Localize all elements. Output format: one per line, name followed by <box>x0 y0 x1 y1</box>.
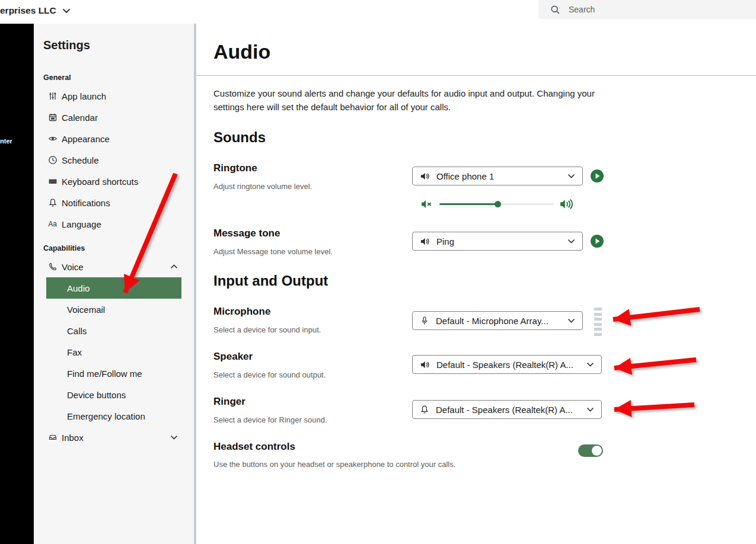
org-name: erprises LLC <box>0 5 56 16</box>
settings-sidebar: Settings General App launch Calendar <box>34 24 194 544</box>
search-icon <box>550 5 560 15</box>
sidebar-item-calls[interactable]: Calls <box>46 320 181 341</box>
sidebar-item-schedule[interactable]: Schedule <box>46 149 181 171</box>
sidebar-group-inbox[interactable]: Inbox <box>46 427 181 448</box>
volume-track[interactable] <box>439 203 554 205</box>
clock-icon <box>47 155 58 165</box>
ringtone-volume-fill <box>439 203 497 205</box>
chevron-down-icon <box>586 407 594 412</box>
language-aa-icon: Aa <box>47 219 58 229</box>
ringtone-label: Ringtone <box>213 162 257 174</box>
sidebar-item-keyboard-shortcuts[interactable]: Keyboard shortcuts <box>46 171 181 192</box>
sidebar-item-voicemail[interactable]: Voicemail <box>46 299 181 320</box>
sidebar-item-app-launch[interactable]: App launch <box>46 85 181 107</box>
sounds-heading: Sounds <box>213 129 266 146</box>
message-tone-select[interactable]: Ping <box>412 232 583 251</box>
sidebar-item-emergency-location[interactable]: Emergency location <box>46 405 181 427</box>
rail-partial-label: nter <box>0 137 12 145</box>
sidebar-item-label: Schedule <box>62 155 99 165</box>
message-tone-label: Message tone <box>213 228 280 239</box>
speaker-icon <box>420 171 430 181</box>
chevron-up-icon <box>170 264 178 269</box>
ringer-selected-option: Default - Speakers (Realtek(R) A... <box>436 405 580 415</box>
sidebar-item-label: Calls <box>67 326 87 336</box>
sidebar-group-label: Voice <box>62 262 84 272</box>
inbox-icon <box>47 433 58 443</box>
sidebar-item-label: Notifications <box>62 198 110 208</box>
sidebar-item-label: Appearance <box>62 134 110 144</box>
volume-max-icon[interactable] <box>560 199 574 210</box>
sidebar-item-language[interactable]: Aa Language <box>46 213 181 235</box>
chevron-down-icon <box>62 8 71 14</box>
input-output-heading: Input and Output <box>213 273 328 289</box>
sidebar-item-appearance[interactable]: Appearance <box>46 128 181 149</box>
bell-icon <box>420 405 429 414</box>
microphone-icon <box>420 316 429 326</box>
section-label-capabilities: Capabilities <box>43 244 194 252</box>
sidebar-group-voice[interactable]: Voice <box>46 256 181 277</box>
sidebar-item-label: Keyboard shortcuts <box>62 177 138 187</box>
audio-settings-panel: Audio Customize your sound alerts and ch… <box>196 24 756 544</box>
chevron-down-icon <box>170 435 178 440</box>
title-divider <box>196 75 756 76</box>
section-label-general: General <box>43 73 194 82</box>
ringtone-volume-thumb[interactable] <box>495 201 501 207</box>
headset-controls-toggle[interactable] <box>578 444 603 457</box>
chevron-down-icon <box>567 318 575 323</box>
microphone-label: Microphone <box>213 306 270 318</box>
page-description: Customize your sound alerts and change y… <box>213 87 605 114</box>
sidebar-item-fax[interactable]: Fax <box>46 341 181 363</box>
speaker-description: Select a device for sound output. <box>213 370 326 379</box>
page-title: Audio <box>213 40 270 63</box>
sidebar-item-label: Voicemail <box>67 305 105 315</box>
calendar-icon <box>47 113 58 123</box>
sidebar-item-label: Language <box>62 219 101 229</box>
microphone-level-meter <box>594 308 602 336</box>
ringtone-play-button[interactable] <box>591 169 604 183</box>
play-icon <box>591 235 604 248</box>
sidebar-item-label: Find me/Follow me <box>67 369 142 379</box>
sidebar-item-calendar[interactable]: Calendar <box>46 107 181 128</box>
microphone-device-select[interactable]: Default - Microphone Array... <box>412 311 583 330</box>
chevron-down-icon <box>586 362 594 367</box>
toggle-knob <box>592 446 602 456</box>
ringtone-selected-option: Office phone 1 <box>436 171 561 181</box>
chevron-down-icon <box>567 239 575 244</box>
play-icon <box>591 169 604 183</box>
message-tone-description: Adjust Message tone volume level. <box>213 247 333 256</box>
speaker-device-select[interactable]: Default - Speakers (Realtek(R) A... <box>412 355 602 374</box>
headset-controls-description: Use the buttons on your headset or speak… <box>213 460 455 469</box>
message-tone-selected-option: Ping <box>436 236 561 247</box>
ringer-device-select[interactable]: Default - Speakers (Realtek(R) A... <box>412 400 602 419</box>
mute-icon[interactable] <box>421 199 433 209</box>
search-input[interactable] <box>569 5 723 14</box>
topbar: erprises LLC <box>0 0 756 24</box>
ringer-description: Select a device for Ringer sound. <box>213 415 327 424</box>
microphone-description: Select a device for sound input. <box>213 325 321 334</box>
microphone-selected-option: Default - Microphone Array... <box>436 316 561 326</box>
sidebar-title: Settings <box>43 39 194 52</box>
sidebar-item-label: Calendar <box>62 113 98 123</box>
sidebar-item-label: App launch <box>62 91 106 101</box>
phone-icon <box>47 262 58 272</box>
keyboard-icon <box>47 177 58 187</box>
sidebar-item-label: Emergency location <box>67 411 145 421</box>
sidebar-group-label: Inbox <box>62 433 84 443</box>
bell-icon <box>47 198 58 208</box>
sidebar-item-device-buttons[interactable]: Device buttons <box>46 384 181 405</box>
ringtone-select[interactable]: Office phone 1 <box>412 167 583 185</box>
speaker-icon <box>420 360 430 370</box>
search-box[interactable] <box>538 0 756 19</box>
eye-icon <box>47 134 58 144</box>
sliders-icon <box>47 91 58 101</box>
org-switcher[interactable]: erprises LLC <box>0 2 71 19</box>
speaker-selected-option: Default - Speakers (Realtek(R) A... <box>436 360 580 370</box>
sidebar-item-notifications[interactable]: Notifications <box>46 192 181 213</box>
sidebar-item-label: Audio <box>67 283 90 293</box>
speaker-label: Speaker <box>213 351 253 363</box>
sidebar-item-label: Device buttons <box>67 390 126 400</box>
speaker-icon <box>420 236 430 247</box>
sidebar-item-audio[interactable]: Audio <box>46 277 181 299</box>
message-tone-play-button[interactable] <box>591 235 604 248</box>
sidebar-item-find-me-follow-me[interactable]: Find me/Follow me <box>46 363 181 384</box>
